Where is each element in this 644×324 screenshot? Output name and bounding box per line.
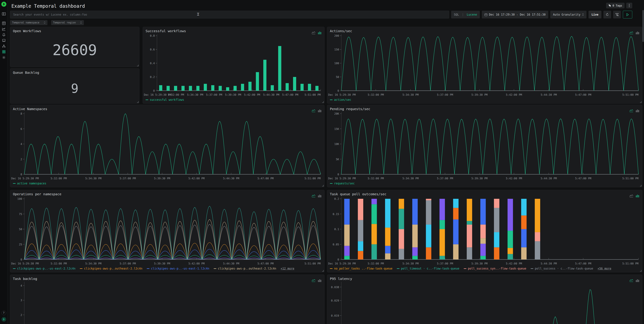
panel-title: Actions/sec xyxy=(330,29,352,33)
legend-item[interactable]: requests/sec xyxy=(330,182,355,185)
bar-chart-view-icon[interactable] xyxy=(636,109,640,112)
chart-legend: requests/sec xyxy=(330,182,355,185)
panel-resize-handle[interactable] xyxy=(640,101,642,103)
sidebar-item-topology[interactable] xyxy=(1,43,7,49)
legend-item[interactable]: no_poller_tasks ..-flow-task-queue xyxy=(330,267,392,270)
chart-legend: no_poller_tasks ..-flow-task-queuepoll_t… xyxy=(330,267,611,270)
line-chart-view-icon[interactable] xyxy=(630,31,634,34)
line-chart-view-icon[interactable] xyxy=(312,279,316,282)
metrics-icon xyxy=(2,27,6,31)
bar-chart-view-icon[interactable] xyxy=(636,279,640,282)
legend-label: clickpipes-aws-p..-us-east-2.l2c4n xyxy=(17,267,76,270)
user-avatar[interactable]: D xyxy=(2,317,6,322)
chart-canvas: 1007550250Dec 16 5:29:30 PM5:32:00 PM5:3… xyxy=(10,190,324,272)
svg-text:0: 0 xyxy=(338,89,339,92)
sidebar-item-tables[interactable] xyxy=(1,21,7,26)
sidebar: ? D xyxy=(0,0,8,324)
legend-label: poll_timeout · c..-flow-task-queue xyxy=(401,267,459,270)
console-icon xyxy=(2,39,6,42)
chart-type-toggle xyxy=(630,31,640,34)
panel-resize-handle[interactable] xyxy=(640,185,642,186)
svg-text:6: 6 xyxy=(20,127,22,131)
line-chart-view-icon[interactable] xyxy=(630,194,634,198)
sidebar-item-console[interactable] xyxy=(1,38,7,43)
bar-chart-view-icon[interactable] xyxy=(318,279,322,282)
legend-item[interactable]: active namespaces xyxy=(13,182,46,185)
bar-chart-view-icon[interactable] xyxy=(636,194,640,198)
legend-color-dash xyxy=(147,268,150,269)
panel-task-queue-poll: Task queue poll outcomes/sec0.20.150.10.… xyxy=(327,190,642,272)
chart-legend: clickpipes-aws-p..-us-east-2.l2c4nclickp… xyxy=(13,267,294,270)
svg-text:0: 0 xyxy=(20,258,22,261)
legend-label: poll_success · c..-flow-task-queue xyxy=(535,267,593,270)
svg-text:5:37:00 PM: 5:37:00 PM xyxy=(206,93,222,96)
svg-text:5:34:30 PM: 5:34:30 PM xyxy=(402,177,418,180)
panel-title: P95 latency xyxy=(330,277,352,281)
legend-item[interactable]: poll_success · c..-flow-task-queue xyxy=(531,267,593,270)
panel-title: Task queue poll outcomes/sec xyxy=(330,192,386,196)
sidebar-item-settings[interactable] xyxy=(1,55,7,60)
svg-text:5:44:30 PM: 5:44:30 PM xyxy=(541,93,557,96)
panel-title: Task backlog xyxy=(13,277,37,281)
app-logo[interactable] xyxy=(1,2,6,7)
svg-text:5:44:30 PM: 5:44:30 PM xyxy=(223,262,239,265)
svg-text:0.6: 0.6 xyxy=(150,48,155,51)
svg-text:0: 0 xyxy=(338,173,339,176)
svg-text:5:47:00 PM: 5:47:00 PM xyxy=(575,177,591,180)
sidebar-item-dashboards[interactable] xyxy=(1,49,7,54)
sidebar-item-collapse-sidebar[interactable] xyxy=(1,11,7,16)
bar-chart-view-icon[interactable] xyxy=(318,31,322,34)
legend-item[interactable]: clickpipes-aws-p..-us-east-1.l2c4n xyxy=(147,267,209,270)
sidebar-item-metrics[interactable] xyxy=(1,26,7,31)
dashboard-grid: Open Workflows26609Queue Backlog9Success… xyxy=(8,0,644,324)
main-content: Example Temporal dashboard 0 Tags SQL | xyxy=(8,0,644,324)
svg-text:5:44:30 PM: 5:44:30 PM xyxy=(541,177,557,180)
chart-canvas: 0.0380.0290.019Dec 16 5:29:30 PM5:32:00 … xyxy=(327,275,642,324)
chart-type-toggle xyxy=(312,31,322,34)
legend-label: active namespaces xyxy=(17,182,46,185)
panel-resize-handle[interactable] xyxy=(137,65,138,66)
svg-text:5:37:00 PM: 5:37:00 PM xyxy=(437,177,453,180)
panel-resize-handle[interactable] xyxy=(322,101,324,103)
legend-item[interactable]: poll_timeout · c..-flow-task-queue xyxy=(397,267,459,270)
panel-resize-handle[interactable] xyxy=(322,270,324,272)
svg-text:Dec 16 5:29:30 PM: Dec 16 5:29:30 PM xyxy=(328,262,356,265)
svg-text:5:32:00 PM: 5:32:00 PM xyxy=(168,93,184,96)
panel-actions-per-sec: Actions/sec200150100500Dec 16 5:29:30 PM… xyxy=(327,27,642,104)
svg-text:5:44:30 PM: 5:44:30 PM xyxy=(263,93,279,96)
legend-item[interactable]: successful workflows xyxy=(146,98,184,101)
gear-icon xyxy=(2,56,6,59)
line-chart-view-icon[interactable] xyxy=(630,109,634,112)
bar-chart-view-icon[interactable] xyxy=(318,194,322,198)
panel-resize-handle[interactable] xyxy=(137,101,138,103)
bar-chart-view-icon[interactable] xyxy=(318,109,322,112)
panel-resize-handle[interactable] xyxy=(640,270,642,272)
legend-item[interactable]: clickpipes-aws-p..-us-east-2.l2c4n xyxy=(13,267,76,270)
panel-resize-handle[interactable] xyxy=(322,185,324,186)
tables-icon xyxy=(2,22,6,25)
vertical-scrollbar-thumb[interactable] xyxy=(642,10,644,42)
line-chart-view-icon[interactable] xyxy=(312,109,316,112)
svg-text:5:44:30 PM: 5:44:30 PM xyxy=(541,262,557,265)
legend-item[interactable]: clickpipes-aws-p..outheast-2.l2c4n xyxy=(80,267,142,270)
svg-text:5:32:00 PM: 5:32:00 PM xyxy=(368,93,384,96)
chart-legend: successful workflows xyxy=(146,98,184,101)
line-chart-view-icon[interactable] xyxy=(312,31,316,34)
bar-chart-view-icon[interactable] xyxy=(636,31,640,34)
help-button[interactable]: ? xyxy=(2,311,6,315)
chart-type-toggle xyxy=(630,109,640,112)
legend-show-more[interactable]: +56 more xyxy=(598,267,611,270)
svg-text:5K: 5K xyxy=(336,158,339,161)
line-chart-view-icon[interactable] xyxy=(312,194,316,198)
svg-text:5:51:00 PM: 5:51:00 PM xyxy=(622,177,638,180)
sidebar-item-alerts[interactable] xyxy=(1,32,7,37)
legend-label: requests/sec xyxy=(334,182,355,185)
line-chart-view-icon[interactable] xyxy=(630,279,634,282)
legend-item[interactable]: action/sec xyxy=(330,98,351,101)
legend-item[interactable]: clickpipes-aws-p..outheast-2.l2c4n xyxy=(214,267,276,270)
legend-item[interactable]: poll_success_syn..-flow-task-queue xyxy=(464,267,526,270)
svg-text:5:42:00 PM: 5:42:00 PM xyxy=(506,93,522,96)
svg-text:5:44:30 PM: 5:44:30 PM xyxy=(223,177,239,180)
chart-canvas: 20K15K10K5K0Dec 16 5:29:30 PM5:32:00 PM5… xyxy=(327,105,642,187)
legend-show-more[interactable]: +12 more xyxy=(280,267,294,270)
